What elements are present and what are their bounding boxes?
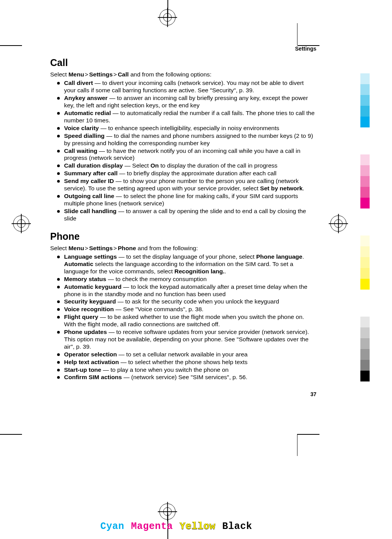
option-term: Confirm SIM actions <box>64 374 122 380</box>
option-list-call: Call divert — to divert your incoming ca… <box>57 80 316 222</box>
swatch <box>360 95 370 106</box>
swatch <box>360 257 370 268</box>
list-item: Phone updates — to receive software upda… <box>57 329 316 351</box>
swatch <box>360 236 370 246</box>
swatch <box>360 279 370 290</box>
crop-mark <box>297 23 298 45</box>
process-yellow: Yellow <box>180 521 216 532</box>
process-color-names: Cyan Magenta Yellow Black <box>100 521 253 532</box>
swatch <box>360 176 370 187</box>
crop-mark <box>0 434 22 435</box>
process-magenta: Magenta <box>131 521 173 532</box>
swatch <box>360 349 370 360</box>
option-term: Anykey answer <box>64 95 108 101</box>
option-term: Automatic redial <box>64 110 111 116</box>
option-term: Help text activation <box>64 359 119 365</box>
swatch <box>360 106 370 117</box>
list-item: Anykey answer — to answer an incoming ca… <box>57 95 316 109</box>
registration-mark-icon <box>159 503 176 520</box>
list-item: Call waiting — to have the network notif… <box>57 147 316 162</box>
option-term: Call divert <box>64 80 93 86</box>
option-term: Start-up tone <box>64 366 101 373</box>
lead-phone: Select Menu>Settings>Phone and from the … <box>50 244 316 252</box>
option-term: Security keyguard <box>64 298 116 305</box>
option-term: Speed dialling <box>64 132 105 139</box>
swatch <box>360 317 370 327</box>
registration-mark-icon <box>159 9 176 25</box>
running-head: Settings <box>50 46 316 52</box>
option-term: Slide call handling <box>64 208 117 214</box>
process-cyan: Cyan <box>100 521 124 532</box>
process-black: Black <box>222 521 252 532</box>
option-term: Outgoing call line <box>64 193 114 199</box>
swatch <box>360 154 370 165</box>
swatch <box>360 246 370 257</box>
list-item: Voice clarity — to enhance speech intell… <box>57 125 316 132</box>
option-term: Phone updates <box>64 329 107 335</box>
option-term: Automatic keyguard <box>64 283 122 290</box>
list-item: Call duration display — Select On to dis… <box>57 162 316 169</box>
list-item: Outgoing call line — to select the phone… <box>57 193 316 207</box>
swatch <box>360 198 370 208</box>
swatch <box>360 165 370 176</box>
option-term: Summary after call <box>64 170 118 176</box>
list-item: Confirm SIM actions — (network service) … <box>57 374 316 381</box>
crop-mark <box>0 45 22 46</box>
option-term: Call duration display <box>64 162 123 169</box>
list-item: Language settings — to set the display l… <box>57 253 316 275</box>
option-term: Call waiting <box>64 147 97 154</box>
list-item: Call divert — to divert your incoming ca… <box>57 80 316 94</box>
list-item: Send my caller ID — to show your phone n… <box>57 178 316 192</box>
page-number: 37 <box>50 391 316 397</box>
option-term: Flight query <box>64 314 98 320</box>
crop-mark <box>297 434 319 435</box>
registration-mark-icon <box>13 215 29 232</box>
crop-mark <box>297 434 298 456</box>
color-bar-strip <box>360 73 370 381</box>
list-item: Memory status — to check the memory cons… <box>57 276 316 283</box>
list-item: Automatic keyguard — to lock the keypad … <box>57 283 316 298</box>
registration-mark-icon <box>330 215 346 232</box>
swatch <box>360 268 370 279</box>
option-term: Operator selection <box>64 351 117 358</box>
list-item: Operator selection — to set a cellular n… <box>57 351 316 358</box>
list-item: Security keyguard — to ask for the secur… <box>57 298 316 305</box>
page-body: Settings Call Select Menu>Settings>Call … <box>50 46 316 397</box>
option-term: Voice recognition <box>64 306 114 312</box>
list-item: Slide call handling — to answer a call b… <box>57 208 316 222</box>
list-item: Speed dialling — to dial the names and p… <box>57 132 316 147</box>
swatch <box>360 84 370 95</box>
swatch <box>360 360 370 371</box>
section-heading-call: Call <box>50 57 316 68</box>
list-item: Flight query — to be asked whether to us… <box>57 314 316 328</box>
list-item: Summary after call — to briefly display … <box>57 170 316 177</box>
swatch <box>360 338 370 349</box>
lead-call: Select Menu>Settings>Call and from the f… <box>50 71 316 78</box>
list-item: Help text activation — to select whether… <box>57 359 316 366</box>
option-term: Send my caller ID <box>64 178 114 184</box>
swatch <box>360 117 370 127</box>
section-heading-phone: Phone <box>50 231 316 242</box>
list-item: Start-up tone — to play a tone when you … <box>57 366 316 374</box>
list-item: Automatic redial — to automatically redi… <box>57 110 316 124</box>
swatch <box>360 73 370 84</box>
option-term: Voice clarity <box>64 125 99 131</box>
option-term: Memory status <box>64 276 106 282</box>
list-item: Voice recognition — See "Voice commands"… <box>57 306 316 313</box>
swatch <box>360 187 370 198</box>
swatch <box>360 371 370 381</box>
swatch <box>360 327 370 338</box>
option-list-phone: Language settings — to set the display l… <box>57 253 316 381</box>
option-term: Language settings <box>64 253 117 260</box>
